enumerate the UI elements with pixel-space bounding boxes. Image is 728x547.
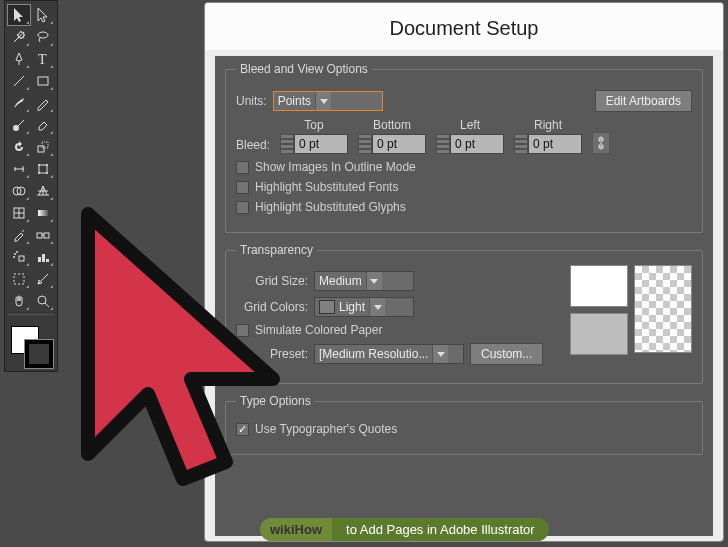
watermark: wikiHow to Add Pages in Adobe Illustrato… — [260, 517, 549, 541]
bleed-right-input[interactable] — [528, 134, 582, 154]
svg-rect-6 — [42, 142, 48, 148]
tool-slice[interactable] — [32, 269, 54, 289]
preset-select[interactable]: [Medium Resolutio... — [314, 344, 464, 364]
edit-artboards-button[interactable]: Edit Artboards — [595, 90, 692, 112]
fill-stroke-swatches[interactable] — [7, 324, 55, 368]
tool-selection[interactable] — [8, 5, 30, 25]
link-bleed-icon[interactable] — [592, 132, 610, 154]
bleed-left-header: Left — [460, 118, 480, 132]
chevron-down-icon — [369, 298, 385, 316]
tools-panel: T — [4, 0, 58, 372]
preview-checker — [634, 265, 692, 353]
bleed-top-input[interactable] — [294, 134, 348, 154]
highlight-sub-fonts-checkbox[interactable]: Highlight Substituted Fonts — [236, 180, 398, 194]
tool-width[interactable] — [8, 159, 30, 179]
preset-label: Preset: — [236, 347, 308, 361]
svg-rect-24 — [46, 259, 49, 262]
simulate-colored-paper-checkbox[interactable]: Simulate Colored Paper — [236, 323, 382, 337]
tool-eraser[interactable] — [32, 115, 54, 135]
stroke-swatch[interactable] — [25, 340, 53, 368]
chevron-down-icon — [432, 345, 448, 363]
svg-rect-23 — [42, 254, 45, 262]
svg-point-0 — [38, 32, 48, 38]
units-value: Points — [278, 94, 311, 108]
svg-rect-22 — [38, 257, 41, 262]
tool-gradient[interactable] — [32, 203, 54, 223]
bleed-label: Bleed: — [236, 138, 270, 152]
tool-artboard[interactable] — [8, 269, 30, 289]
svg-point-8 — [38, 164, 40, 166]
tool-line-segment[interactable] — [8, 71, 30, 91]
tool-rotate[interactable] — [8, 137, 30, 157]
grid-size-select[interactable]: Medium — [314, 271, 414, 291]
svg-rect-7 — [39, 165, 47, 173]
preview-grey-swatch[interactable] — [570, 313, 628, 355]
tool-magic-wand[interactable] — [8, 27, 30, 47]
tool-scale[interactable] — [32, 137, 54, 157]
watermark-brand: wikiHow — [260, 518, 332, 541]
watermark-title: to Add Pages in Adobe Illustrator — [332, 518, 549, 541]
tool-mesh[interactable] — [8, 203, 30, 223]
color-swatch-icon — [319, 300, 335, 314]
tool-shape-builder[interactable] — [8, 181, 30, 201]
tool-hand[interactable] — [8, 291, 30, 311]
bleed-bottom-header: Bottom — [373, 118, 411, 132]
svg-point-19 — [14, 253, 16, 255]
svg-point-21 — [13, 256, 15, 258]
typographers-quotes-checkbox[interactable]: Use Typographer's Quotes — [236, 422, 397, 436]
transparency-legend: Transparency — [236, 243, 317, 257]
tool-pen[interactable] — [8, 49, 30, 69]
svg-rect-5 — [38, 146, 44, 152]
preview-white-swatch[interactable] — [570, 265, 628, 307]
svg-rect-3 — [38, 77, 48, 85]
tool-perspective-grid[interactable] — [32, 181, 54, 201]
transparency-group: Transparency Grid Size: Medium Grid Colo… — [225, 243, 703, 384]
tool-pencil[interactable] — [32, 93, 54, 113]
tool-lasso[interactable] — [32, 27, 54, 47]
units-select[interactable]: Points — [273, 91, 383, 111]
bleed-top-spinner[interactable] — [280, 134, 348, 154]
bleed-left-spinner[interactable] — [436, 134, 504, 154]
tool-eyedropper[interactable] — [8, 225, 30, 245]
svg-point-11 — [46, 172, 48, 174]
grid-colors-label: Grid Colors: — [236, 300, 308, 314]
tool-free-transform[interactable] — [32, 159, 54, 179]
bleed-top-header: Top — [304, 118, 323, 132]
svg-rect-17 — [44, 233, 49, 238]
show-images-outline-checkbox[interactable]: Show Images In Outline Mode — [236, 160, 416, 174]
svg-rect-16 — [37, 233, 42, 238]
grid-size-label: Grid Size: — [236, 274, 308, 288]
tool-column-graph[interactable] — [32, 247, 54, 267]
svg-line-2 — [14, 76, 24, 86]
svg-rect-15 — [38, 210, 48, 216]
grid-colors-select[interactable]: Light — [314, 297, 414, 317]
bleed-left-input[interactable] — [450, 134, 504, 154]
tool-paintbrush[interactable] — [8, 93, 30, 113]
bleed-view-group: Bleed and View Options Units: Points Edi… — [225, 62, 703, 233]
chevron-down-icon — [366, 272, 382, 290]
svg-text:T: T — [38, 52, 47, 67]
dialog-title: Document Setup — [205, 3, 723, 50]
svg-line-27 — [45, 303, 49, 307]
svg-point-9 — [46, 164, 48, 166]
custom-button[interactable]: Custom... — [470, 343, 543, 365]
transparency-preview — [570, 265, 692, 371]
tool-rectangle[interactable] — [32, 71, 54, 91]
tool-direct-selection[interactable] — [32, 5, 54, 25]
svg-point-20 — [16, 251, 18, 253]
tool-zoom[interactable] — [32, 291, 54, 311]
units-label: Units: — [236, 94, 267, 108]
svg-rect-18 — [19, 256, 24, 261]
svg-rect-25 — [14, 274, 24, 284]
tool-type[interactable]: T — [32, 49, 54, 69]
bleed-right-header: Right — [534, 118, 562, 132]
bleed-bottom-input[interactable] — [372, 134, 426, 154]
tool-blob-brush[interactable] — [8, 115, 30, 135]
bleed-bottom-spinner[interactable] — [358, 134, 426, 154]
bleed-right-spinner[interactable] — [514, 134, 582, 154]
document-setup-dialog: Document Setup Bleed and View Options Un… — [204, 2, 724, 542]
tool-blend[interactable] — [32, 225, 54, 245]
chevron-down-icon — [315, 92, 331, 110]
highlight-sub-glyphs-checkbox[interactable]: Highlight Substituted Glyphs — [236, 200, 406, 214]
tool-symbol-sprayer[interactable] — [8, 247, 30, 267]
